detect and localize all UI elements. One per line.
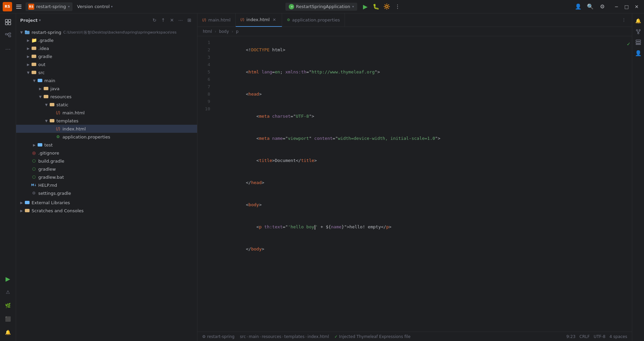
scratches-arrow: ▶ <box>19 208 24 213</box>
right-panel-person[interactable]: 👤 <box>634 48 643 58</box>
run-app-name: RestartSpringApplication <box>296 4 350 9</box>
tree-item-test[interactable]: ▶ test <box>16 141 197 149</box>
tree-item-main-html[interactable]: ⟨/⟩ main.html <box>16 109 197 117</box>
right-panel-structure[interactable] <box>634 38 643 47</box>
tree-item-settings-gradle[interactable]: ⚙ settings.gradle <box>16 189 197 197</box>
resources-label: resources <box>50 94 72 99</box>
activity-run[interactable]: ▶ <box>2 273 14 285</box>
right-panel-notifications[interactable]: 🔔 <box>634 16 643 25</box>
java-label: java <box>50 86 59 91</box>
activity-more[interactable]: ⋯ <box>2 43 14 55</box>
tree-item-resources[interactable]: ▼ resources <box>16 93 197 101</box>
run-button[interactable]: ▶ <box>360 1 371 12</box>
search-everywhere-button[interactable]: 🔍 <box>585 1 596 12</box>
svg-rect-21 <box>44 87 48 90</box>
tree-item-gitignore[interactable]: ◎ .gitignore <box>16 149 197 157</box>
props-icon: ⚙ <box>55 134 61 140</box>
folder-icon-templates <box>49 118 55 124</box>
tree-item-external-libraries[interactable]: ▶ External Libraries <box>16 198 197 207</box>
tabs-menu-button[interactable]: ⋮ <box>618 15 629 25</box>
activity-project[interactable] <box>2 16 14 28</box>
profile-button[interactable]: 👤 <box>573 1 584 12</box>
sep1: › <box>246 334 248 339</box>
svg-rect-7 <box>5 22 8 25</box>
tree-item-java[interactable]: ▶ java <box>16 84 197 93</box>
tab-index-html[interactable]: ⟨/⟩ index.html ✕ <box>236 13 282 27</box>
status-project[interactable]: ⚙ restart-spring <box>200 332 236 341</box>
sidebar-options[interactable]: ⋯ <box>177 16 184 24</box>
svg-rect-0 <box>16 5 21 5</box>
run-app-icon: ⚙ <box>289 4 294 9</box>
tree-item-help-md[interactable]: M↓ HELP.md <box>16 181 197 189</box>
breadcrumb-body[interactable]: body <box>218 29 230 35</box>
breadcrumb-p[interactable]: p <box>235 29 240 35</box>
project-chevron: ▾ <box>68 5 70 8</box>
tree-item-index-html[interactable]: ⟨/⟩ index.html <box>16 125 197 133</box>
main-arrow: ▼ <box>32 78 37 83</box>
code-editor[interactable]: <!DOCTYPE html> <html lang=en; xmlns:th=… <box>214 36 625 332</box>
tabs-bar: ⟨/⟩ main.html ⟨/⟩ index.html ✕ ⚙ applica… <box>197 13 632 27</box>
debug-button[interactable]: 🐛 <box>371 1 381 12</box>
status-indent[interactable]: 4 spaces <box>607 332 629 341</box>
tab-main-html[interactable]: ⟨/⟩ main.html <box>197 13 236 27</box>
folder-icon-src <box>31 69 37 75</box>
scratches-icon <box>24 208 30 214</box>
tree-item-app-props[interactable]: ⚙ application.properties <box>16 133 197 141</box>
titlebar-center: ⚙ RestartSpringApplication ▾ ▶ 🐛 🔆 ⋮ <box>116 1 573 12</box>
status-injected: Injected Thymeleaf Expressions file <box>339 334 411 339</box>
sidebar-chevron[interactable]: ▾ <box>39 18 41 22</box>
tree-root[interactable]: ▼ restart-spring C:\Users\이동형\Desktop\ba… <box>16 28 197 36</box>
tree-item-src[interactable]: ▼ src <box>16 68 197 76</box>
minimize-button[interactable]: ─ <box>612 2 621 11</box>
svg-point-28 <box>636 30 638 31</box>
run-configuration-selector[interactable]: ⚙ RestartSpringApplication ▾ <box>285 3 357 11</box>
vcs-button[interactable]: Version control ▾ <box>75 3 116 10</box>
svg-rect-35 <box>636 44 641 45</box>
tree-item-gradlew[interactable]: ⬡ gradlew <box>16 165 197 173</box>
tab-app-props[interactable]: ⚙ application.properties <box>282 13 345 27</box>
breadcrumb-html[interactable]: html <box>201 29 213 35</box>
svg-rect-33 <box>636 40 641 41</box>
status-encoding[interactable]: UTF-8 <box>592 332 607 341</box>
svg-rect-9 <box>5 34 7 35</box>
tree-item-templates[interactable]: ▼ templates <box>16 117 197 125</box>
tree-item-gradlew-bat[interactable]: ⬡ gradlew.bat <box>16 173 197 181</box>
activity-notification[interactable]: 🔔 <box>2 326 14 338</box>
status-breadcrumb[interactable]: src › main › resources › templates › ind… <box>238 332 331 341</box>
tree-item-build-gradle[interactable]: ⬡ build.gradle <box>16 157 197 165</box>
activity-vcs[interactable]: 🌿 <box>2 299 14 311</box>
tree-item-gradle[interactable]: ▶ gradle <box>16 52 197 60</box>
sidebar-close[interactable]: ✕ <box>168 16 176 24</box>
tree-item-idea[interactable]: ▶ .idea <box>16 44 197 52</box>
svg-rect-18 <box>32 63 36 66</box>
maximize-button[interactable]: □ <box>622 2 631 11</box>
activity-terminal[interactable]: ⬛ <box>2 313 14 325</box>
status-line-sep[interactable]: CRLF <box>578 332 592 341</box>
coverage-button[interactable]: 🔆 <box>381 1 392 12</box>
sidebar-expand[interactable]: ⊞ <box>186 16 193 24</box>
tree-item-gradle-hidden[interactable]: ▶ 📁 .gradle <box>16 36 197 44</box>
activity-structure[interactable] <box>2 30 14 42</box>
gradlew-arrow <box>26 166 31 172</box>
tree-item-scratches[interactable]: ▶ Scratches and Consoles <box>16 207 197 215</box>
ide-settings-button[interactable]: ⚙ <box>597 1 608 12</box>
right-panel-vcs[interactable] <box>634 27 643 36</box>
project-selector[interactable]: RS restart-spring ▾ <box>26 2 73 11</box>
status-check-injected[interactable]: ✓ Injected Thymeleaf Expressions file <box>332 332 413 341</box>
activity-problems[interactable]: ⚠ <box>2 286 14 298</box>
settings-gradle-arrow <box>26 190 31 196</box>
sidebar-collapse[interactable]: ↑ <box>159 16 167 24</box>
index-html-tab-close[interactable]: ✕ <box>272 17 277 22</box>
tree-item-main[interactable]: ▼ main <box>16 76 197 84</box>
hamburger-button[interactable] <box>14 2 24 11</box>
status-line-col[interactable]: 9:23 <box>564 332 578 341</box>
templates-label: templates <box>56 118 78 123</box>
more-run-options[interactable]: ⋮ <box>392 1 403 12</box>
tree-item-static[interactable]: ▼ static <box>16 101 197 109</box>
main-label: main <box>44 78 55 83</box>
sidebar-refresh[interactable]: ↻ <box>151 16 158 24</box>
tree-item-out[interactable]: ▶ out <box>16 60 197 68</box>
svg-point-30 <box>638 33 639 34</box>
app-props-label: application.properties <box>62 134 110 139</box>
close-button[interactable]: ✕ <box>632 2 641 11</box>
